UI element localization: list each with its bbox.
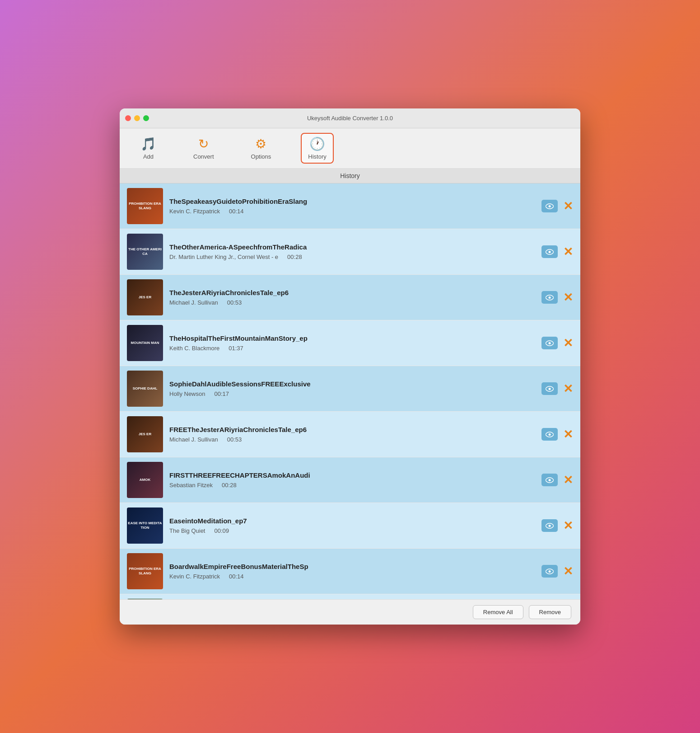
item-title: FIRSTTHREEFREECHAPTERSAmokAnAudi <box>169 471 535 479</box>
item-duration: 00:53 <box>227 436 242 443</box>
list-item: AMAZON HQ AmazonsFreeHQTour_ep6 The Amaz… <box>120 594 580 599</box>
item-title: TheSpeakeasyGuidetoProhibitionEraSlang <box>169 197 535 205</box>
item-duration: 00:53 <box>227 299 242 306</box>
view-button[interactable] <box>541 474 558 486</box>
item-author: The Big Quiet <box>169 527 205 534</box>
close-traffic-light[interactable] <box>125 115 131 121</box>
item-thumbnail: AMOK <box>127 462 163 498</box>
remove-button[interactable]: Remove <box>529 605 571 619</box>
item-meta: The Big Quiet 00:09 <box>169 527 535 534</box>
view-button[interactable] <box>541 565 558 578</box>
thumbnail-text: EASE INTO MEDITATION <box>127 520 163 531</box>
remove-item-button[interactable]: ✕ <box>563 474 573 486</box>
item-meta: Kevin C. Fitzpatrick 00:14 <box>169 208 535 215</box>
remove-item-button[interactable]: ✕ <box>563 565 573 577</box>
item-actions: ✕ <box>541 200 573 212</box>
remove-item-button[interactable]: ✕ <box>563 246 573 258</box>
remove-item-button[interactable]: ✕ <box>563 383 573 395</box>
maximize-traffic-light[interactable] <box>143 115 149 121</box>
item-title: FREETheJesterARiyriaChroniclesTale_ep6 <box>169 426 535 433</box>
svg-point-8 <box>549 570 551 573</box>
item-author: Michael J. Sullivan <box>169 436 218 443</box>
item-duration: 00:09 <box>215 527 229 534</box>
item-info: FIRSTTHREEFREECHAPTERSAmokAnAudi Sebasti… <box>169 471 535 489</box>
item-thumbnail: AMAZON HQ <box>127 599 163 599</box>
toolbar-history[interactable]: 🕐 History <box>301 133 333 164</box>
thumbnail-text: AMOK <box>139 477 151 483</box>
options-icon: ⚙ <box>255 136 266 151</box>
remove-item-button[interactable]: ✕ <box>563 428 573 440</box>
title-bar: Ukeysoft Audible Converter 1.0.0 <box>120 108 580 128</box>
item-meta: Dr. Martin Luther King Jr., Cornel West … <box>169 254 535 260</box>
item-duration: 00:28 <box>222 482 237 489</box>
item-thumbnail: JES ER <box>127 279 163 315</box>
item-actions: ✕ <box>541 337 573 349</box>
view-button[interactable] <box>541 291 558 304</box>
item-meta: Michael J. Sullivan 00:53 <box>169 436 535 443</box>
toolbar-add[interactable]: 🎵 Add <box>133 133 163 164</box>
remove-item-button[interactable]: ✕ <box>563 337 573 349</box>
options-label: Options <box>251 153 271 160</box>
item-duration: 00:14 <box>229 573 244 580</box>
view-button[interactable] <box>541 337 558 349</box>
history-list: PROHIBITION ERA SLANG TheSpeakeasyGuidet… <box>120 183 580 599</box>
item-thumbnail: JES ER <box>127 416 163 452</box>
list-item: THE OTHER AMERICA TheOtherAmerica-ASpeec… <box>120 229 580 275</box>
item-meta: Michael J. Sullivan 00:53 <box>169 299 535 306</box>
item-duration: 00:17 <box>214 390 229 397</box>
item-title: TheOtherAmerica-ASpeechfromTheRadica <box>169 243 535 251</box>
view-button[interactable] <box>541 428 558 441</box>
thumbnail-text: JES ER <box>138 294 152 301</box>
history-icon: 🕐 <box>309 136 325 151</box>
svg-point-6 <box>549 479 551 481</box>
item-actions: ✕ <box>541 245 573 258</box>
item-info: TheHospitalTheFirstMountainManStory_ep K… <box>169 334 535 352</box>
item-info: TheJesterARiyriaChroniclesTale_ep6 Micha… <box>169 289 535 306</box>
list-item: PROHIBITION ERA SLANG TheSpeakeasyGuidet… <box>120 183 580 229</box>
convert-label: Convert <box>193 153 214 160</box>
thumbnail-text: SOPHIE DAHL <box>132 385 159 392</box>
minimize-traffic-light[interactable] <box>134 115 140 121</box>
view-button[interactable] <box>541 519 558 532</box>
svg-point-0 <box>549 205 551 207</box>
traffic-lights <box>125 115 149 121</box>
item-info: EaseintoMeditation_ep7 The Big Quiet 00:… <box>169 517 535 534</box>
list-item: SOPHIE DAHL SophieDahlAudibleSessionsFRE… <box>120 366 580 412</box>
list-item: JES ER TheJesterARiyriaChroniclesTale_ep… <box>120 275 580 320</box>
toolbar-options[interactable]: ⚙ Options <box>244 133 279 164</box>
item-author: Kevin C. Fitzpatrick <box>169 208 220 215</box>
list-item: JES ER FREETheJesterARiyriaChroniclesTal… <box>120 412 580 457</box>
thumbnail-text: JES ER <box>138 431 152 437</box>
thumbnail-text: THE OTHER AMERICA <box>127 246 163 257</box>
item-author: Holly Newson <box>169 390 205 397</box>
item-actions: ✕ <box>541 519 573 532</box>
item-author: Sebastian Fitzek <box>169 482 213 489</box>
thumbnail-text: PROHIBITION ERA SLANG <box>127 201 163 211</box>
item-actions: ✕ <box>541 291 573 304</box>
history-label: History <box>308 153 326 160</box>
svg-point-2 <box>549 296 551 299</box>
item-thumbnail: PROHIBITION ERA SLANG <box>127 553 163 589</box>
item-meta: Keith C. Blackmore 01:37 <box>169 345 535 352</box>
remove-item-button[interactable]: ✕ <box>563 520 573 531</box>
item-author: Keith C. Blackmore <box>169 345 219 352</box>
toolbar-convert[interactable]: ↻ Convert <box>186 133 221 164</box>
remove-item-button[interactable]: ✕ <box>563 200 573 212</box>
convert-icon: ↻ <box>198 136 209 151</box>
view-button[interactable] <box>541 382 558 395</box>
item-info: BoardwalkEmpireFreeBonusMaterialTheSp Ke… <box>169 563 535 580</box>
view-button[interactable] <box>541 200 558 212</box>
view-button[interactable] <box>541 245 558 258</box>
item-duration: 01:37 <box>229 345 243 352</box>
svg-point-7 <box>549 525 551 527</box>
item-actions: ✕ <box>541 382 573 395</box>
item-actions: ✕ <box>541 565 573 578</box>
toolbar: 🎵 Add ↻ Convert ⚙ Options 🕐 History <box>120 128 580 169</box>
remove-item-button[interactable]: ✕ <box>563 291 573 303</box>
item-thumbnail: EASE INTO MEDITATION <box>127 507 163 544</box>
thumbnail-text: MOUNTAIN MAN <box>130 340 160 346</box>
footer: Remove All Remove <box>120 599 580 625</box>
item-title: EaseintoMeditation_ep7 <box>169 517 535 525</box>
remove-all-button[interactable]: Remove All <box>473 605 523 619</box>
item-actions: ✕ <box>541 474 573 486</box>
